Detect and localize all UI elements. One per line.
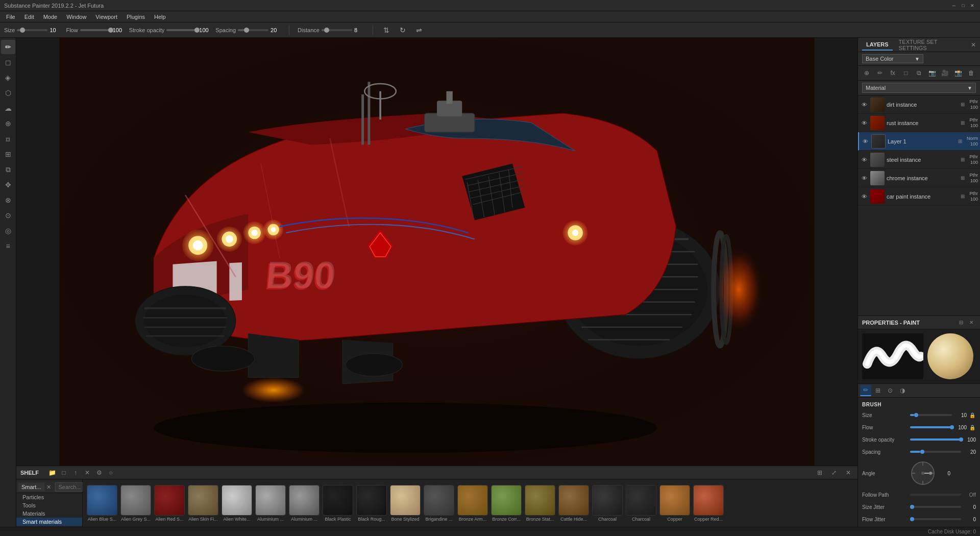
tab-layers[interactable]: LAYERS [862, 39, 893, 51]
layer-btn-add-fill[interactable]: ⊕ [861, 67, 872, 79]
layer-btn-snapshot[interactable]: 📸 [953, 67, 964, 79]
prop-slider-flow-jitter[interactable] [910, 518, 961, 520]
shelf-material-item[interactable]: Bronze Corr... [491, 485, 522, 522]
layer-item-rust[interactable]: 👁 rust instance ⊞ Pthr 100 [858, 114, 980, 132]
menu-viewport[interactable]: Viewport [91, 13, 121, 21]
shelf-material-item[interactable]: Cattle Hide... [558, 485, 589, 522]
layer-btn-camera[interactable]: 📷 [926, 67, 938, 79]
layer-item-chrome[interactable]: 👁 chrome instance ⊞ Pthr 100 [858, 169, 980, 187]
tool-transform[interactable]: ⊗ [1, 193, 15, 207]
layer-btn-add-paint[interactable]: ✏ [874, 67, 886, 79]
shelf-grid-icon[interactable]: ⊞ [815, 468, 825, 478]
layer-btn-delete[interactable]: 🗑 [966, 67, 977, 79]
brush-tab-paint[interactable]: ✏ [860, 385, 871, 396]
shelf-tab-smart[interactable]: Smart... [18, 483, 44, 491]
flow-slider[interactable] [80, 29, 111, 31]
tool-annotation[interactable]: ⊙ [1, 208, 15, 223]
prop-lock-flow[interactable]: 🔒 [969, 424, 976, 431]
prop-slider-spacing[interactable] [910, 451, 961, 453]
shelf-material-item[interactable]: Charcoal [626, 485, 656, 522]
angle-dial[interactable] [910, 460, 936, 486]
layer-visibility-chrome[interactable]: 👁 [860, 174, 868, 182]
layer-pass-steel[interactable]: ⊞ [958, 155, 967, 164]
layer-pass-dirt[interactable]: ⊞ [958, 100, 967, 109]
layer-btn-video[interactable]: 🎥 [940, 67, 951, 79]
flip-vertical-icon[interactable]: ↻ [398, 25, 408, 35]
shelf-material-item[interactable]: Alien Red S... [154, 485, 185, 522]
tool-paint[interactable]: ✏ [1, 40, 15, 54]
layer-item-dirt[interactable]: 👁 dirt instance ⊞ Pthr 100 [858, 95, 980, 114]
shelf-category-materials[interactable]: Materials [16, 509, 82, 518]
layer-btn-mask[interactable]: □ [900, 67, 912, 79]
shelf-tab-close[interactable]: ✕ [45, 483, 52, 492]
shelf-material-item[interactable]: Charcoal [592, 485, 623, 522]
tool-smudge[interactable]: ☁ [1, 101, 15, 115]
shelf-category-tools[interactable]: Tools [16, 501, 82, 509]
prop-lock-size[interactable]: 🔒 [969, 411, 976, 419]
shelf-material-item[interactable]: Alien Skin Fi... [188, 485, 218, 522]
shelf-circle-icon[interactable]: ○ [106, 468, 116, 478]
tool-clone[interactable]: ⊕ [1, 116, 15, 131]
prop-slider-stroke-opacity[interactable] [910, 438, 961, 441]
shelf-material-item[interactable]: Alien Blue S... [87, 485, 117, 522]
brush-tab-layers[interactable]: ⊞ [872, 385, 884, 396]
shelf-material-item[interactable]: Alien White... [222, 485, 252, 522]
shelf-material-item[interactable]: Aluminium ... [289, 485, 320, 522]
tool-view[interactable]: ◎ [1, 224, 15, 238]
window-controls[interactable]: ─ □ ✕ [950, 2, 976, 9]
layer-pass-chrome[interactable]: ⊞ [958, 174, 967, 183]
menu-mode[interactable]: Mode [39, 13, 62, 21]
prop-slider-size-jitter[interactable] [910, 506, 961, 508]
brush-tab-effects[interactable]: ◑ [897, 385, 908, 396]
menu-window[interactable]: Window [62, 13, 90, 21]
tool-polygon[interactable]: ⬡ [1, 86, 15, 100]
layers-panel-close-icon[interactable]: ✕ [971, 41, 976, 48]
base-color-dropdown[interactable]: Base Color ▼ [862, 54, 923, 63]
tab-texture-set[interactable]: TEXTURE SET SETTINGS [895, 38, 969, 53]
shelf-material-item[interactable]: Bone Stylized [390, 485, 421, 522]
brush-tab-environment[interactable]: ⊙ [885, 385, 896, 396]
minimize-button[interactable]: ─ [950, 2, 958, 9]
layer-pass-layer1[interactable]: ⊞ [955, 137, 965, 146]
properties-collapse-icon[interactable]: ⊟ [957, 318, 966, 327]
shelf-material-item[interactable]: Brigandine ... [424, 485, 454, 522]
layer-btn-duplicate[interactable]: ⧉ [914, 67, 925, 79]
menu-edit[interactable]: Edit [20, 13, 38, 21]
tool-drag[interactable]: ✥ [1, 178, 15, 192]
layer-visibility-dirt[interactable]: 👁 [860, 101, 868, 109]
shelf-material-item[interactable]: Bronze Arm... [457, 485, 488, 522]
layer-pass-carpaint[interactable]: ⊞ [958, 192, 967, 201]
properties-close-icon[interactable]: ✕ [967, 318, 976, 327]
size-slider[interactable] [17, 29, 47, 31]
layer-item-layer1[interactable]: 👁 Layer 1 ⊞ Norm 100 [858, 132, 980, 151]
tool-extra[interactable]: ≡ [1, 239, 15, 253]
layer-item-steel[interactable]: 👁 steel instance ⊞ Pthr 100 [858, 151, 980, 169]
shelf-category-smart-materials[interactable]: Smart materials [16, 518, 82, 526]
shelf-material-item[interactable]: Black Roug... [356, 485, 387, 522]
tool-select[interactable]: ⊞ [1, 147, 15, 161]
symmetry-icon[interactable]: ⇌ [414, 25, 424, 35]
prop-slider-flow[interactable] [910, 426, 952, 428]
menu-help[interactable]: Help [150, 13, 170, 21]
shelf-material-item[interactable]: Aluminium ... [255, 485, 286, 522]
tool-crop[interactable]: ⧉ [1, 162, 15, 177]
layer-item-carpaint[interactable]: 👁 car paint instance ⊞ Pthr 100 [858, 187, 980, 206]
shelf-material-item[interactable]: Copper Red... [693, 485, 724, 522]
shelf-filter-icon[interactable]: ⚙ [94, 468, 104, 478]
tool-fill[interactable]: ⧈ [1, 132, 15, 146]
shelf-delete-icon[interactable]: ✕ [82, 468, 92, 478]
shelf-add-icon[interactable]: ↑ [70, 468, 81, 478]
close-button[interactable]: ✕ [969, 2, 976, 9]
layer-visibility-layer1[interactable]: 👁 [861, 137, 869, 145]
shelf-expand-icon[interactable]: ⤢ [829, 468, 839, 478]
tool-erase[interactable]: ◻ [1, 55, 15, 69]
spacing-slider[interactable] [238, 29, 268, 31]
layer-visibility-steel[interactable]: 👁 [860, 156, 868, 164]
viewport[interactable]: B90 B90 [16, 38, 857, 466]
layer-btn-effects[interactable]: fx [887, 67, 898, 79]
layer-pass-rust[interactable]: ⊞ [958, 118, 967, 128]
shelf-new-icon[interactable]: □ [59, 468, 69, 478]
maximize-button[interactable]: □ [960, 2, 967, 9]
stroke-opacity-slider[interactable] [166, 29, 197, 31]
layer-visibility-carpaint[interactable]: 👁 [860, 192, 868, 201]
